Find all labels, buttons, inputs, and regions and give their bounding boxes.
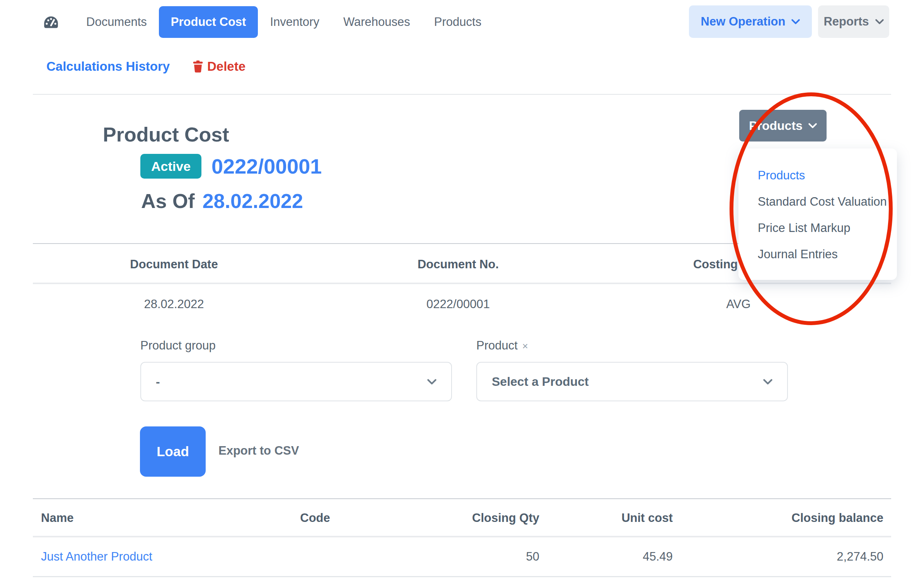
product-select[interactable]: Select a Product bbox=[476, 362, 788, 401]
column-header-code: Code bbox=[238, 511, 392, 525]
summary-table-row: 28.02.2022 0222/00001 AVG bbox=[33, 295, 891, 314]
load-button[interactable]: Load bbox=[140, 426, 206, 477]
closing-qty-cell: 50 bbox=[392, 550, 539, 564]
red-ellipse-annotation bbox=[0, 0, 924, 583]
reports-button[interactable]: Reports bbox=[818, 5, 889, 38]
chevron-down-icon bbox=[427, 379, 436, 385]
chevron-down-icon bbox=[763, 379, 772, 385]
products-dropdown-menu: Products Standard Cost Valuation Price L… bbox=[738, 148, 897, 280]
product-select-placeholder: Select a Product bbox=[492, 375, 763, 389]
delete-label: Delete bbox=[207, 59, 245, 74]
results-table-header: Name Code Closing Qty Unit cost Closing … bbox=[33, 509, 891, 527]
column-header-closing-qty: Closing Qty bbox=[392, 511, 539, 525]
table-row: Just Another Product 50 45.49 2,274.50 bbox=[33, 547, 891, 566]
divider bbox=[33, 576, 891, 577]
menu-item-price-list-markup[interactable]: Price List Markup bbox=[738, 215, 897, 241]
column-header-document-no: Document No. bbox=[315, 257, 601, 271]
column-header-closing-balance: Closing balance bbox=[673, 511, 891, 525]
delete-button[interactable]: Delete bbox=[193, 57, 245, 76]
reports-label: Reports bbox=[823, 15, 869, 29]
closing-balance-cell: 2,274.50 bbox=[673, 550, 891, 564]
main-nav: Documents Product Cost Inventory Warehou… bbox=[74, 6, 493, 38]
divider bbox=[33, 283, 891, 284]
divider bbox=[33, 536, 891, 537]
divider bbox=[33, 498, 891, 499]
product-name-link[interactable]: Just Another Product bbox=[33, 550, 238, 564]
new-operation-button[interactable]: New Operation bbox=[689, 5, 812, 38]
page-title: Product Cost bbox=[103, 123, 229, 146]
products-dropdown-button[interactable]: Products bbox=[739, 110, 827, 141]
chevron-down-icon bbox=[875, 19, 884, 24]
calculations-history-link[interactable]: Calculations History bbox=[46, 57, 170, 76]
export-to-csv-link[interactable]: Export to CSV bbox=[218, 444, 299, 458]
status-badge: Active bbox=[140, 154, 201, 179]
chevron-down-icon bbox=[791, 19, 800, 24]
app-logo-gauge-icon[interactable] bbox=[43, 15, 59, 29]
unit-cost-cell: 45.49 bbox=[539, 550, 673, 564]
menu-item-products[interactable]: Products bbox=[738, 162, 897, 189]
product-group-label: Product group bbox=[140, 339, 216, 353]
product-group-select[interactable]: - bbox=[140, 362, 452, 401]
new-operation-label: New Operation bbox=[701, 15, 786, 29]
as-of-row: As Of 28.02.2022 bbox=[141, 189, 303, 213]
document-number-link[interactable]: 0222/00001 bbox=[211, 154, 322, 178]
nav-item-products[interactable]: Products bbox=[422, 6, 493, 38]
as-of-label: As Of bbox=[141, 189, 195, 213]
clear-product-filter-button[interactable]: × bbox=[522, 340, 528, 352]
chevron-down-icon bbox=[808, 123, 817, 128]
document-header-row: Active 0222/00001 bbox=[140, 154, 322, 179]
as-of-date-link[interactable]: 28.02.2022 bbox=[203, 189, 303, 213]
nav-item-documents[interactable]: Documents bbox=[74, 6, 159, 38]
menu-item-standard-cost-valuation[interactable]: Standard Cost Valuation bbox=[738, 189, 897, 215]
divider bbox=[33, 94, 891, 95]
costing-method-value: AVG bbox=[601, 297, 876, 311]
nav-item-inventory[interactable]: Inventory bbox=[258, 6, 331, 38]
nav-item-product-cost[interactable]: Product Cost bbox=[159, 6, 258, 38]
nav-item-warehouses[interactable]: Warehouses bbox=[331, 6, 422, 38]
column-header-unit-cost: Unit cost bbox=[539, 511, 673, 525]
product-label: Product× bbox=[476, 339, 528, 353]
column-header-document-date: Document Date bbox=[33, 257, 315, 271]
trash-icon bbox=[193, 60, 203, 73]
products-dropdown-label: Products bbox=[749, 119, 803, 133]
document-no-value: 0222/00001 bbox=[315, 297, 601, 311]
document-date-value: 28.02.2022 bbox=[33, 297, 315, 311]
column-header-name: Name bbox=[33, 511, 238, 525]
menu-item-journal-entries[interactable]: Journal Entries bbox=[738, 241, 897, 268]
product-label-text: Product bbox=[476, 339, 518, 352]
product-group-value: - bbox=[156, 375, 427, 389]
